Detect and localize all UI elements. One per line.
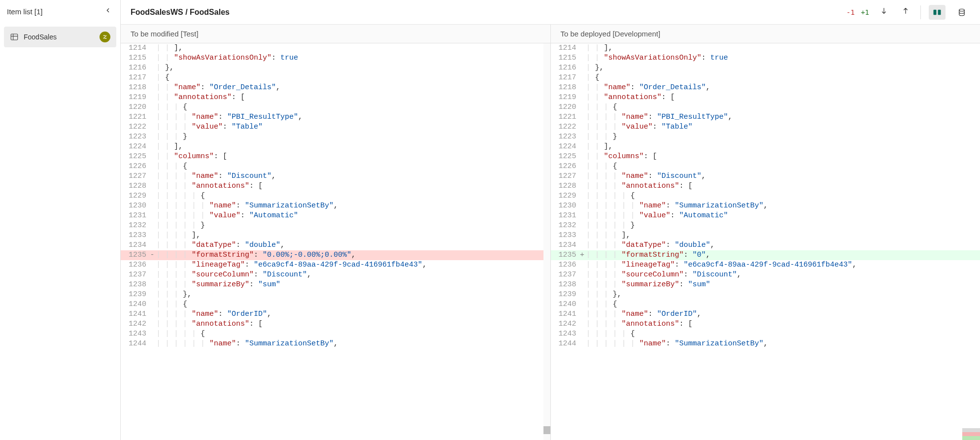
code-line[interactable]: 1216| }, [121, 63, 550, 73]
code-line[interactable]: 1217| { [121, 73, 550, 83]
code-line[interactable]: 1227| | | | "name": "Discount", [121, 171, 550, 181]
diff-pane-left[interactable]: 1214| | ],1215| | "showAsVariationsOnly"… [121, 43, 551, 440]
diff-marker [149, 260, 155, 270]
code-line[interactable]: 1218| | "name": "Order_Details", [121, 83, 550, 93]
code-line[interactable]: 1232| | | | | } [551, 221, 980, 231]
code-line[interactable]: 1227| | | | "name": "Discount", [551, 171, 980, 181]
code-line[interactable]: 1241| | | | "name": "OrderID", [551, 309, 980, 319]
code-line[interactable]: 1235-| | | | "formatString": "0.00%;-0.0… [121, 250, 550, 260]
sidebar-item-foodsales[interactable]: FoodSales [4, 27, 116, 47]
code-line[interactable]: 1235+| | | | "formatString": "0", [551, 250, 980, 260]
code-line[interactable]: 1239| | | }, [551, 290, 980, 300]
code-line[interactable]: 1216| }, [551, 63, 980, 73]
diff-marker [579, 290, 585, 300]
code-line[interactable]: 1240| | | { [121, 300, 550, 309]
next-diff-button[interactable] [877, 4, 891, 20]
code-content: | | | | ], [155, 231, 550, 240]
code-line[interactable]: 1219| | "annotations": [ [121, 93, 550, 102]
code-content: | | | { [155, 162, 550, 171]
code-line[interactable]: 1236| | | | "lineageTag": "e6ca9cf4-89aa… [121, 260, 550, 270]
diff-marker [579, 142, 585, 152]
code-line[interactable]: 1234| | | | "dataType": "double", [121, 240, 550, 250]
line-number: 1226 [121, 162, 149, 171]
minimap[interactable] [962, 428, 980, 440]
code-line[interactable]: 1230| | | | | | "name": "SummarizationSe… [551, 201, 980, 211]
code-line[interactable]: 1220| | | { [551, 102, 980, 112]
code-line[interactable]: 1217| { [551, 73, 980, 83]
diff-marker [149, 231, 155, 240]
code-line[interactable]: 1222| | | | "value": "Table" [551, 122, 980, 132]
code-line[interactable]: 1236| | | | "lineageTag": "e6ca9cf4-89aa… [551, 260, 980, 270]
line-number: 1223 [121, 132, 149, 142]
code-line[interactable]: 1218| | "name": "Order_Details", [551, 83, 980, 93]
scrollbar-track[interactable] [543, 43, 550, 440]
diff-marker [579, 201, 585, 211]
schema-view-button[interactable] [953, 5, 970, 20]
code-line[interactable]: 1244| | | | | | "name": "SummarizationSe… [551, 339, 980, 349]
diff-marker [579, 339, 585, 349]
code-line[interactable]: 1231| | | | | | "value": "Automatic" [551, 211, 980, 221]
code-line[interactable]: 1243| | | | | { [551, 329, 980, 339]
prev-diff-button[interactable] [899, 4, 912, 20]
code-line[interactable]: 1231| | | | | | "value": "Automatic" [121, 211, 550, 221]
code-line[interactable]: 1225| | "columns": [ [551, 152, 980, 162]
diff-marker [579, 309, 585, 319]
diff-marker [149, 319, 155, 329]
code-line[interactable]: 1224| | ], [121, 142, 550, 152]
code-line[interactable]: 1220| | | { [121, 102, 550, 112]
line-number: 1222 [121, 122, 149, 132]
code-line[interactable]: 1223| | | } [121, 132, 550, 142]
code-line[interactable]: 1233| | | | ], [121, 231, 550, 240]
code-line[interactable]: 1225| | "columns": [ [121, 152, 550, 162]
code-line[interactable]: 1237| | | | "sourceColumn": "Discount", [121, 270, 550, 280]
code-line[interactable]: 1237| | | | "sourceColumn": "Discount", [551, 270, 980, 280]
code-line[interactable]: 1242| | | | "annotations": [ [551, 319, 980, 329]
code-line[interactable]: 1232| | | | | } [121, 221, 550, 231]
code-line[interactable]: 1229| | | | | { [551, 191, 980, 201]
pane-headers: To be modified [Test] To be deployed [De… [121, 25, 980, 43]
code-line[interactable]: 1223| | | } [551, 132, 980, 142]
sidebar-collapse-button[interactable] [102, 5, 113, 18]
code-content: | | | } [155, 132, 550, 142]
code-line[interactable]: 1238| | | | "summarizeBy": "sum" [551, 280, 980, 290]
code-line[interactable]: 1230| | | | | | "name": "SummarizationSe… [121, 201, 550, 211]
code-line[interactable]: 1214| | ], [551, 43, 980, 53]
code-line[interactable]: 1234| | | | "dataType": "double", [551, 240, 980, 250]
right-pane-title: To be deployed [Development] [551, 25, 980, 43]
code-line[interactable]: 1222| | | | "value": "Table" [121, 122, 550, 132]
code-content: | | | | | { [155, 329, 550, 339]
line-number: 1234 [551, 240, 579, 250]
diff-marker [579, 231, 585, 240]
diff-pane-right[interactable]: 1214| | ],1215| | "showAsVariationsOnly"… [551, 43, 980, 440]
code-line[interactable]: 1233| | | | ], [551, 231, 980, 240]
code-line[interactable]: 1219| | "annotations": [ [551, 93, 980, 102]
code-line[interactable]: 1228| | | | "annotations": [ [551, 181, 980, 191]
scrollbar-thumb[interactable] [543, 426, 550, 434]
code-line[interactable]: 1238| | | | "summarizeBy": "sum" [121, 280, 550, 290]
code-line[interactable]: 1229| | | | | { [121, 191, 550, 201]
diff-marker [149, 240, 155, 250]
code-line[interactable]: 1244| | | | | | "name": "SummarizationSe… [121, 339, 550, 349]
code-line[interactable]: 1242| | | | "annotations": [ [121, 319, 550, 329]
code-line[interactable]: 1226| | | { [551, 162, 980, 171]
code-line[interactable]: 1228| | | | "annotations": [ [121, 181, 550, 191]
diff-marker [579, 280, 585, 290]
code-content: | | | | "sourceColumn": "Discount", [585, 270, 980, 280]
diff-marker [149, 201, 155, 211]
code-line[interactable]: 1221| | | | "name": "PBI_ResultType", [551, 112, 980, 122]
line-number: 1218 [551, 83, 579, 93]
code-line[interactable]: 1215| | "showAsVariationsOnly": true [551, 53, 980, 63]
code-line[interactable]: 1215| | "showAsVariationsOnly": true [121, 53, 550, 63]
diff-marker [579, 122, 585, 132]
code-line[interactable]: 1226| | | { [121, 162, 550, 171]
code-line[interactable]: 1241| | | | "name": "OrderID", [121, 309, 550, 319]
line-number: 1227 [121, 171, 149, 181]
code-line[interactable]: 1239| | | }, [121, 290, 550, 300]
side-by-side-toggle[interactable] [929, 5, 946, 20]
code-line[interactable]: 1221| | | | "name": "PBI_ResultType", [121, 112, 550, 122]
code-line[interactable]: 1214| | ], [121, 43, 550, 53]
code-line[interactable]: 1224| | ], [551, 142, 980, 152]
code-line[interactable]: 1240| | | { [551, 300, 980, 309]
code-content: | | | | "name": "Discount", [585, 171, 980, 181]
code-line[interactable]: 1243| | | | | { [121, 329, 550, 339]
